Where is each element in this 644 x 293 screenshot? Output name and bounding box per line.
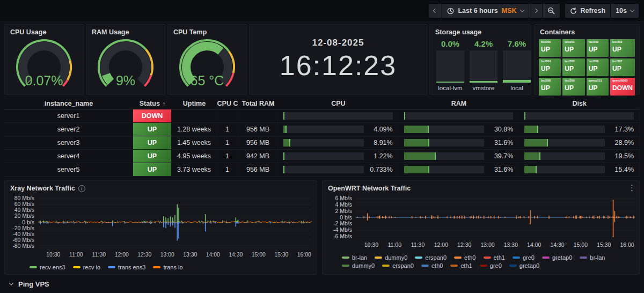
legend-item-eth1[interactable]: eth1 bbox=[484, 254, 505, 261]
refresh-button[interactable]: Refresh bbox=[565, 4, 611, 18]
cell-ram-bar: 31.6% bbox=[399, 136, 519, 149]
status-badge[interactable]: UP bbox=[133, 150, 171, 163]
cell-instance-name: server4 bbox=[4, 150, 133, 163]
legend-item-gre0[interactable]: gre0 bbox=[480, 262, 502, 269]
container-tile-lxc/201[interactable]: lxc/201 UP bbox=[562, 39, 584, 57]
container-status: DOWN bbox=[612, 84, 633, 92]
svg-text:11:30: 11:30 bbox=[92, 251, 106, 258]
cell-disk-value: 17.3% bbox=[609, 126, 634, 133]
table-row-server2: server2UP1.28 weeks1956 MB4.09%30.8%17.3… bbox=[4, 123, 640, 136]
column-header-status[interactable]: Status↑ bbox=[133, 98, 172, 109]
legend-item-br-lan[interactable]: br-lan bbox=[342, 254, 367, 261]
legend-item-gretap0[interactable]: gretap0 bbox=[509, 262, 539, 269]
panel-title: Xray Network Traffic bbox=[10, 181, 75, 192]
legend-item-recv-ens3[interactable]: recv ens3 bbox=[30, 264, 65, 270]
row-ping-vps[interactable]: Ping VPS bbox=[0, 276, 644, 292]
clock-icon bbox=[447, 8, 454, 14]
zoom-out-icon bbox=[547, 7, 555, 14]
status-badge[interactable]: UP bbox=[133, 136, 171, 149]
container-tile-lxc/207[interactable]: lxc/207 UP bbox=[610, 58, 635, 76]
status-badge[interactable]: DOWN bbox=[133, 109, 171, 122]
container-tile-lxc/206[interactable]: lxc/206 UP bbox=[587, 58, 609, 76]
legend-item-gretap0[interactable]: gretap0 bbox=[542, 254, 572, 261]
info-icon[interactable]: i bbox=[78, 185, 85, 192]
legend-swatch bbox=[480, 265, 487, 267]
table-header-row: instance_nameStatus↑UptimeCPU CTotal RAM… bbox=[4, 98, 640, 109]
legend-item-eth0[interactable]: eth0 bbox=[421, 262, 443, 269]
svg-text:15:30: 15:30 bbox=[274, 251, 288, 258]
container-tile-lxc/208[interactable]: lxc/208 UP bbox=[539, 78, 561, 96]
svg-text:15:00: 15:00 bbox=[574, 241, 588, 248]
column-header-instance-name[interactable]: instance_name bbox=[4, 98, 133, 109]
legend-item-br-lan[interactable]: br-lan bbox=[580, 254, 605, 261]
container-tile-qemu/211[interactable]: qemu/211 UP bbox=[587, 78, 609, 96]
container-tile-lxc/205[interactable]: lxc/205 UP bbox=[562, 58, 584, 76]
container-status: UP bbox=[541, 65, 550, 72]
legend-item-dummy0[interactable]: dummy0 bbox=[342, 262, 375, 269]
legend-swatch bbox=[375, 257, 382, 259]
sort-asc-icon: ↑ bbox=[163, 100, 166, 107]
legend-label: gre0 bbox=[490, 262, 502, 269]
legend-item-erspan0[interactable]: erspan0 bbox=[415, 254, 447, 261]
cell-uptime: 1.45 weeks bbox=[172, 136, 217, 149]
time-shift-forward-button[interactable] bbox=[529, 4, 542, 18]
status-badge[interactable]: UP bbox=[133, 163, 171, 176]
time-range-picker[interactable]: Last 6 hours MSK bbox=[442, 4, 528, 18]
svg-text:14:00: 14:00 bbox=[206, 251, 220, 258]
container-tile-lxc/209[interactable]: lxc/209 UP bbox=[562, 78, 584, 96]
column-header-ram[interactable]: RAM bbox=[399, 98, 519, 109]
cpu-temp-gauge: 65 °C bbox=[168, 36, 246, 94]
refresh-interval-label: 10s bbox=[616, 7, 627, 14]
legend-item-eth1[interactable]: eth1 bbox=[450, 262, 472, 269]
status-badge[interactable]: UP bbox=[133, 123, 171, 136]
cell-status: UP bbox=[133, 150, 172, 163]
openwrt-traffic-chart[interactable]: 6 Mb/s4 Mb/s2 Mb/s0 b/s-2 Mb/s-4 Mb/s-6 … bbox=[323, 192, 639, 251]
legend-item-trans-ens3[interactable]: trans ens3 bbox=[108, 264, 145, 270]
chevron-down-icon bbox=[519, 8, 524, 12]
legend-item-gre0[interactable]: gre0 bbox=[513, 254, 535, 261]
refresh-interval-picker[interactable]: 10s bbox=[611, 4, 639, 18]
legend-label: br-lan bbox=[590, 254, 605, 261]
cell-ram-value: 31.6% bbox=[488, 139, 513, 146]
cpu-usage-gauge: 0.07% bbox=[5, 36, 83, 94]
legend-item-trans-lo[interactable]: trans lo bbox=[153, 264, 182, 270]
zoom-out-time-button[interactable] bbox=[543, 4, 560, 18]
cell-disk-value: 19.5% bbox=[609, 152, 634, 160]
container-name: lxc/206 bbox=[589, 60, 606, 63]
xray-traffic-chart[interactable]: 80 Mb/s60 Mb/s40 Mb/s20 Mb/s0 b/s-20 Mb/… bbox=[5, 192, 316, 261]
container-tile-lxc/200[interactable]: lxc/200 UP bbox=[539, 39, 561, 57]
svg-text:-4 Mb/s: -4 Mb/s bbox=[333, 226, 352, 233]
container-name: lxc/202 bbox=[589, 40, 606, 44]
legend-swatch bbox=[382, 265, 390, 267]
column-header-disk[interactable]: Disk bbox=[519, 98, 640, 109]
container-tile-lxc/202[interactable]: lxc/202 UP bbox=[587, 39, 609, 57]
legend-label: erspan0 bbox=[425, 254, 447, 261]
column-header-cpu-c[interactable]: CPU C bbox=[217, 98, 238, 109]
column-header-uptime[interactable]: Uptime bbox=[172, 98, 217, 109]
column-header-cpu[interactable]: CPU bbox=[278, 98, 399, 109]
container-tile-qemu/9000[interactable]: qemu/9000 DOWN bbox=[610, 78, 635, 96]
cell-disk-bar: 28.9% bbox=[519, 136, 640, 149]
cell-cpu-bar bbox=[278, 109, 399, 122]
legend-item-eth0[interactable]: eth0 bbox=[454, 254, 475, 261]
container-tile-lxc/204[interactable]: lxc/204 UP bbox=[539, 58, 561, 76]
column-header-total-ram[interactable]: Total RAM bbox=[238, 98, 278, 109]
legend-item-recv-lo[interactable]: recv lo bbox=[73, 264, 100, 270]
container-name: lxc/203 bbox=[612, 40, 633, 44]
storage-bar bbox=[470, 50, 497, 83]
cell-ram-value: 39.7% bbox=[488, 152, 513, 160]
legend-label: eth0 bbox=[464, 254, 475, 261]
cell-uptime: 1.28 weeks bbox=[172, 123, 217, 136]
legend-item-erspan0[interactable]: erspan0 bbox=[382, 262, 414, 269]
container-tile-lxc/203[interactable]: lxc/203 UP bbox=[610, 39, 635, 57]
cell-ram-value: 30.8% bbox=[488, 126, 513, 133]
legend-item-dummy0[interactable]: dummy0 bbox=[375, 254, 407, 261]
timezone-label: MSK bbox=[502, 7, 517, 14]
storage-percent: 7.6% bbox=[508, 39, 526, 48]
cell-disk-bar: 19.5% bbox=[519, 150, 640, 163]
svg-text:12:30: 12:30 bbox=[457, 241, 471, 248]
svg-text:0 b/s: 0 b/s bbox=[340, 214, 352, 221]
top-toolbar: Last 6 hours MSK Refresh bbox=[0, 0, 644, 21]
time-shift-back-button[interactable] bbox=[429, 4, 442, 18]
panel-menu-icon[interactable]: ⋮ bbox=[628, 184, 636, 192]
